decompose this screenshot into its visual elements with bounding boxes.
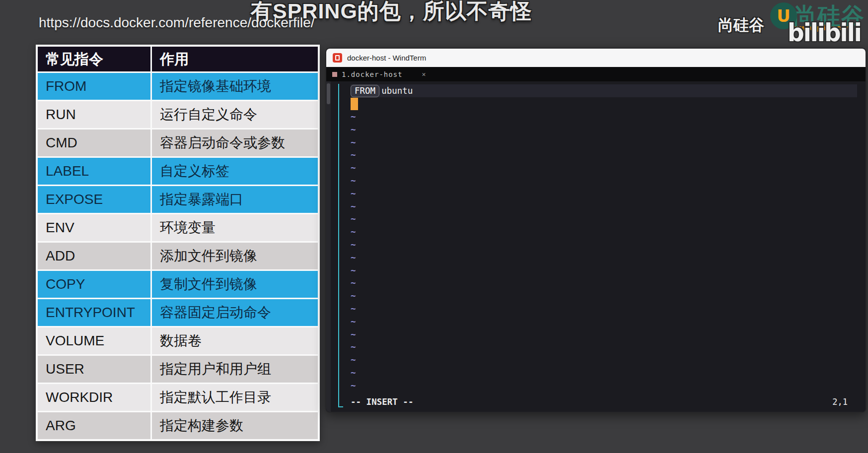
tab-docker-host[interactable]: 1.docker-host ✕	[332, 70, 426, 78]
command-cell: CMD	[38, 129, 150, 156]
cursor-position-indicator: 2,1	[832, 395, 848, 408]
command-cell: LABEL	[38, 158, 150, 185]
command-cell: ENV	[38, 214, 150, 241]
code-line-1: FROMubuntu	[351, 84, 857, 97]
command-cell: COPY	[38, 271, 150, 298]
tilde-line: ~	[351, 277, 861, 290]
table-row: WORKDIR指定默认工作目录	[38, 384, 318, 411]
table-row: COPY复制文件到镜像	[38, 271, 318, 298]
tab-label: 1.docker-host	[342, 70, 403, 78]
watermark: 尚硅谷 U 尚硅谷 www.atguigu.com bilibili	[714, 0, 868, 50]
table-row: ARG指定构建参数	[38, 412, 318, 439]
tilde-line: ~	[351, 354, 861, 367]
vim-status-line: -- INSERT -- 2,1	[351, 395, 848, 408]
table-row: ENV环境变量	[38, 214, 318, 241]
effect-cell: 容器固定启动命令	[152, 299, 318, 326]
vim-editor-area[interactable]: FROMubuntu ~~~~~~~~~~~~~~~~~~~~~~ -- INS…	[326, 81, 866, 412]
tilde-line: ~	[351, 213, 861, 226]
tilde-line: ~	[351, 136, 861, 149]
atguigu-brand-text: 尚硅谷	[718, 15, 764, 36]
tilde-column: ~~~~~~~~~~~~~~~~~~~~~~	[351, 111, 861, 392]
command-cell: ARG	[38, 412, 150, 439]
window-titlebar[interactable]: docker-host - WindTerm	[326, 49, 866, 67]
table-row: ADD添加文件到镜像	[38, 243, 318, 269]
header-command: 常见指令	[38, 47, 150, 71]
tilde-line: ~	[351, 200, 861, 213]
effect-cell: 指定用户和用户组	[152, 356, 318, 383]
tilde-line: ~	[351, 149, 861, 162]
text-cursor	[351, 98, 358, 110]
command-cell: ADD	[38, 243, 150, 269]
vim-mode-indicator: -- INSERT --	[351, 395, 413, 408]
table-header-row: 常见指令 作用	[38, 47, 318, 71]
effect-cell: 数据卷	[152, 327, 318, 354]
docs-url-text: https://docs.docker.com/reference/docker…	[39, 15, 315, 31]
vim-mode-guide-line	[338, 84, 343, 407]
dockerfile-instruction-table: 常见指令 作用 FROM指定镜像基础环境RUN运行自定义命令CMD容器启动命令或…	[36, 45, 320, 441]
effect-cell: 环境变量	[152, 214, 318, 241]
effect-cell: 指定构建参数	[152, 412, 318, 439]
tilde-line: ~	[351, 188, 861, 200]
command-cell: EXPOSE	[38, 186, 150, 213]
session-status-icon	[332, 72, 337, 77]
tilde-line: ~	[351, 367, 861, 380]
effect-cell: 指定暴露端口	[152, 186, 318, 213]
table-row: FROM指定镜像基础环境	[38, 73, 318, 100]
command-cell: USER	[38, 356, 150, 383]
effect-cell: 添加文件到镜像	[152, 243, 318, 269]
tilde-line: ~	[351, 316, 861, 328]
tilde-line: ~	[351, 303, 861, 316]
table-row: LABEL自定义标签	[38, 158, 318, 185]
header-effect: 作用	[152, 47, 318, 71]
left-scroll-strip[interactable]	[326, 81, 331, 412]
tilde-line: ~	[351, 252, 861, 264]
video-frame: { "page": { "title_overlay": "有SPRING的包，…	[0, 0, 868, 453]
tilde-line: ~	[351, 175, 861, 188]
table-row: USER指定用户和用户组	[38, 356, 318, 383]
tilde-line: ~	[351, 239, 861, 252]
tab-bar: 1.docker-host ✕	[326, 67, 866, 81]
scroll-thumb[interactable]	[327, 83, 330, 104]
tilde-line: ~	[351, 226, 861, 239]
windterm-window: docker-host - WindTerm 1.docker-host ✕ F…	[325, 48, 867, 413]
tab-close-icon[interactable]: ✕	[422, 70, 426, 78]
windterm-app-icon	[333, 53, 342, 63]
effect-cell: 容器启动命令或参数	[152, 129, 318, 156]
command-cell: FROM	[38, 73, 150, 100]
tilde-line: ~	[351, 328, 861, 341]
table-row: CMD容器启动命令或参数	[38, 129, 318, 156]
table-row: RUN运行自定义命令	[38, 101, 318, 128]
effect-cell: 运行自定义命令	[152, 101, 318, 128]
bilibili-logo: bilibili	[788, 18, 861, 47]
tilde-line: ~	[351, 124, 861, 136]
command-cell: RUN	[38, 101, 150, 128]
effect-cell: 指定默认工作目录	[152, 384, 318, 411]
effect-cell: 指定镜像基础环境	[152, 73, 318, 100]
tilde-line: ~	[351, 111, 861, 124]
tilde-line: ~	[351, 162, 861, 175]
table-row: EXPOSE指定暴露端口	[38, 186, 318, 213]
effect-cell: 自定义标签	[152, 158, 318, 185]
table-row: VOLUME数据卷	[38, 327, 318, 354]
effect-cell: 复制文件到镜像	[152, 271, 318, 298]
from-argument: ubuntu	[381, 86, 413, 96]
command-cell: VOLUME	[38, 327, 150, 354]
table-row: ENTRYPOINT容器固定启动命令	[38, 299, 318, 326]
tilde-line: ~	[351, 264, 861, 277]
code-line-2	[351, 98, 861, 111]
from-keyword: FROM	[351, 85, 379, 97]
command-cell: WORKDIR	[38, 384, 150, 411]
tilde-line: ~	[351, 380, 861, 392]
window-title: docker-host - WindTerm	[347, 54, 426, 62]
command-cell: ENTRYPOINT	[38, 299, 150, 326]
tilde-line: ~	[351, 290, 861, 303]
tilde-line: ~	[351, 341, 861, 354]
